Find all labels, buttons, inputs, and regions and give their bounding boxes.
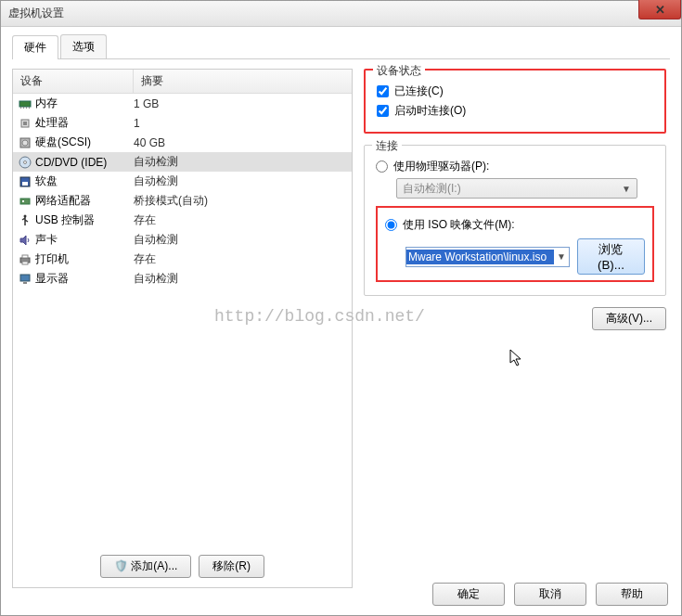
use-iso-row[interactable]: 使用 ISO 映像文件(M):: [385, 217, 645, 233]
col-summary: 摘要: [134, 70, 352, 93]
hardware-row[interactable]: 打印机存在: [13, 250, 352, 269]
tab-strip: 硬件 选项: [12, 34, 670, 59]
use-physical-row[interactable]: 使用物理驱动器(P):: [376, 159, 654, 174]
hardware-list-panel: 设备 摘要 内存1 GB处理器1硬盘(SCSI)40 GBCD/DVD (IDE…: [12, 69, 353, 588]
hardware-summary: 自动检测: [134, 271, 348, 287]
hardware-name: 软盘: [33, 173, 134, 189]
svg-point-10: [24, 160, 27, 163]
svg-rect-20: [23, 282, 27, 284]
hardware-buttons: 🛡️ 添加(A)... 移除(R): [13, 545, 352, 587]
close-icon: ✕: [655, 3, 665, 17]
ok-button[interactable]: 确定: [432, 583, 505, 606]
svg-rect-18: [22, 262, 28, 264]
physical-combo-wrap: 自动检测(I:) ▼: [396, 178, 654, 199]
main-area: 设备 摘要 内存1 GB处理器1硬盘(SCSI)40 GBCD/DVD (IDE…: [12, 69, 670, 588]
footer-buttons: 确定 取消 帮助: [432, 583, 668, 606]
col-device: 设备: [13, 70, 134, 93]
window-title: 虚拟机设置: [8, 6, 64, 21]
svg-rect-6: [23, 122, 27, 125]
svg-rect-17: [22, 255, 28, 258]
hardware-list[interactable]: 内存1 GB处理器1硬盘(SCSI)40 GBCD/DVD (IDE)自动检测软…: [13, 94, 352, 545]
connected-label: 已连接(C): [394, 83, 444, 99]
floppy-icon: [17, 174, 33, 189]
iso-path-value: Mware Workstation\linux.iso: [406, 250, 554, 264]
hardware-name: 打印机: [33, 251, 134, 267]
connected-checkbox[interactable]: [377, 85, 389, 97]
hardware-row[interactable]: 显示器自动检测: [13, 269, 352, 289]
add-button-label: 添加(A)...: [131, 559, 177, 572]
svg-rect-12: [22, 182, 28, 186]
hardware-summary: 1: [134, 117, 348, 130]
hardware-name: USB 控制器: [33, 212, 134, 228]
remove-button[interactable]: 移除(R): [199, 555, 264, 578]
use-iso-label: 使用 ISO 映像文件(M):: [403, 217, 515, 233]
disk-icon: [17, 135, 33, 150]
hardware-name: 硬盘(SCSI): [33, 135, 134, 150]
nic-icon: [17, 194, 33, 209]
tab-hardware[interactable]: 硬件: [12, 35, 58, 59]
connection-fieldset: 连接 使用物理驱动器(P): 自动检测(I:) ▼: [364, 145, 666, 296]
use-physical-radio[interactable]: [376, 160, 388, 173]
hardware-name: 内存: [33, 96, 134, 111]
add-button[interactable]: 🛡️ 添加(A)...: [100, 555, 191, 578]
device-status-fieldset: 设备状态 已连接(C) 启动时连接(O): [364, 69, 666, 134]
hardware-row[interactable]: CD/DVD (IDE)自动检测: [13, 152, 352, 172]
close-button[interactable]: ✕: [638, 0, 681, 19]
chevron-down-icon: ▼: [622, 184, 631, 194]
hardware-summary: 自动检测: [134, 232, 348, 248]
svg-rect-14: [22, 200, 24, 202]
hardware-row[interactable]: 软盘自动检测: [13, 172, 352, 191]
chevron-down-icon: ▼: [554, 251, 569, 262]
hardware-summary: 1 GB: [134, 97, 348, 110]
connect-at-power-label: 启动时连接(O): [394, 103, 466, 119]
shield-icon: 🛡️: [114, 559, 128, 572]
device-status-legend: 设备状态: [373, 63, 425, 79]
connect-at-power-row[interactable]: 启动时连接(O): [377, 103, 653, 119]
usb-icon: [17, 213, 33, 228]
hardware-name: 显示器: [33, 271, 134, 287]
connected-row[interactable]: 已连接(C): [377, 83, 653, 99]
memory-icon: [17, 96, 33, 111]
svg-rect-2: [23, 107, 24, 109]
hardware-name: CD/DVD (IDE): [33, 156, 134, 169]
iso-input-row: Mware Workstation\linux.iso ▼ 浏览(B)...: [405, 238, 645, 275]
svg-point-8: [22, 140, 28, 146]
connection-legend: 连接: [372, 138, 402, 154]
settings-window: 虚拟机设置 ✕ 硬件 选项 设备 摘要 内存1 GB处理器1硬盘(SCSI)40…: [0, 0, 682, 616]
svg-rect-3: [26, 107, 27, 109]
physical-combo-value: 自动检测(I:): [403, 181, 461, 197]
hardware-summary: 自动检测: [134, 154, 348, 170]
physical-drive-combo[interactable]: 自动检测(I:) ▼: [396, 178, 637, 199]
hardware-header: 设备 摘要: [13, 70, 352, 94]
content-area: 硬件 选项 设备 摘要 内存1 GB处理器1硬盘(SCSI)40 GBCD/DV…: [1, 27, 681, 596]
hardware-row[interactable]: 网络适配器桥接模式(自动): [13, 191, 352, 211]
hardware-name: 处理器: [33, 115, 134, 131]
connect-at-power-checkbox[interactable]: [377, 105, 389, 117]
hardware-row[interactable]: USB 控制器存在: [13, 211, 352, 230]
hardware-name: 声卡: [33, 232, 134, 248]
hardware-row[interactable]: 内存1 GB: [13, 94, 352, 113]
svg-rect-1: [20, 107, 21, 109]
svg-point-15: [24, 214, 27, 217]
hardware-summary: 自动检测: [134, 173, 348, 189]
svg-rect-4: [29, 107, 30, 109]
hardware-row[interactable]: 声卡自动检测: [13, 230, 352, 250]
cd-icon: [17, 155, 33, 170]
advanced-button[interactable]: 高级(V)...: [592, 307, 666, 330]
svg-rect-13: [20, 199, 30, 204]
hardware-summary: 存在: [134, 251, 348, 267]
hardware-name: 网络适配器: [33, 193, 134, 209]
hardware-row[interactable]: 处理器1: [13, 113, 352, 133]
browse-button[interactable]: 浏览(B)...: [577, 238, 645, 275]
titlebar: 虚拟机设置 ✕: [1, 1, 681, 27]
help-button[interactable]: 帮助: [596, 583, 668, 606]
sound-icon: [17, 233, 33, 248]
display-icon: [17, 272, 33, 287]
iso-path-input[interactable]: Mware Workstation\linux.iso ▼: [405, 247, 570, 267]
cancel-button[interactable]: 取消: [514, 583, 586, 606]
hardware-row[interactable]: 硬盘(SCSI)40 GB: [13, 133, 352, 152]
cpu-icon: [17, 116, 33, 131]
use-iso-radio[interactable]: [385, 219, 397, 231]
tab-options[interactable]: 选项: [60, 34, 107, 58]
advanced-row: 高级(V)...: [364, 307, 666, 330]
